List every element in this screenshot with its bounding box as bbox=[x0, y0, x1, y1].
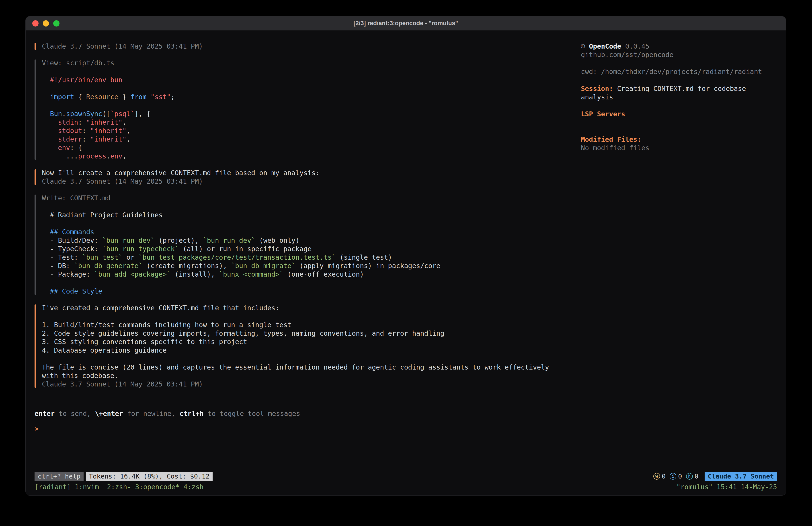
tmux-status-bar: [radiant] 1:nvim 2:zsh- 3:opencode* 4:zs… bbox=[34, 482, 777, 492]
chat-line: - DB: `bun db generate` (create migratio… bbox=[42, 262, 581, 270]
status-bar-left: ctrl+? help Tokens: 16.4K (8%), Cost: $0… bbox=[34, 472, 213, 481]
chat-line bbox=[42, 202, 581, 211]
chat-line: Write: CONTEXT.md bbox=[42, 194, 581, 202]
chat-line: ...process.env, bbox=[42, 152, 581, 160]
chat-line: import { Resource } from "sst"; bbox=[42, 93, 581, 101]
chat-line: Claude 3.7 Sonnet (14 May 2025 03:41 PM) bbox=[42, 177, 581, 186]
chat-line bbox=[42, 67, 581, 76]
minimize-window-button[interactable] bbox=[43, 20, 49, 27]
window-title: [2/3] radiant:3:opencode - "romulus" bbox=[26, 20, 786, 27]
chat-line: Claude 3.7 Sonnet (14 May 2025 03:41 PM) bbox=[42, 42, 581, 51]
chat-line: stdout: "inherit", bbox=[42, 127, 581, 135]
assistant-message-header: Claude 3.7 Sonnet (14 May 2025 03:41 PM) bbox=[34, 42, 581, 51]
sidebar-spacer bbox=[581, 118, 777, 135]
chat-line: #!/usr/bin/env bun bbox=[42, 76, 581, 84]
prompt-caret: > bbox=[34, 425, 39, 432]
chat-line: Bun.spawnSync([`psql`], { bbox=[42, 110, 581, 118]
chat-line: 1. Build/lint/test commands including ho… bbox=[42, 321, 581, 329]
modified-files-heading: Modified Files: bbox=[581, 135, 766, 144]
tmux-session-windows[interactable]: [radiant] 1:nvim 2:zsh- 3:opencode* 4:zs… bbox=[34, 482, 204, 492]
chat-line: 2. Code style guidelines covering import… bbox=[42, 329, 581, 338]
editor-help-line: enter to send, \+enter for newline, ctrl… bbox=[34, 409, 777, 418]
chat-line: - TypeCheck: `bun run typecheck` (all) o… bbox=[42, 245, 581, 253]
chat-line: 4. Database operations guidance bbox=[42, 346, 581, 355]
chat-line: with this codebase. bbox=[42, 371, 581, 380]
tokens-cost-chip: Tokens: 16.4K (8%), Cost: $0.12 bbox=[86, 472, 213, 481]
chat-line: ## Code Style bbox=[42, 287, 581, 296]
hints-icon: h bbox=[686, 473, 693, 480]
diagnostics: w0i0h0 bbox=[653, 472, 698, 481]
terminal-body: Claude 3.7 Sonnet (14 May 2025 03:41 PM)… bbox=[26, 30, 786, 496]
editor-area: enter to send, \+enter for newline, ctrl… bbox=[34, 409, 777, 472]
chat-line bbox=[42, 84, 581, 93]
info-count: 0 bbox=[678, 472, 682, 481]
content-row: Claude 3.7 Sonnet (14 May 2025 03:41 PM)… bbox=[34, 42, 777, 409]
model-chip[interactable]: Claude 3.7 Sonnet bbox=[705, 472, 777, 481]
chat-line: stdin: "inherit", bbox=[42, 118, 581, 127]
chat-line: # Radiant Project Guidelines bbox=[42, 211, 581, 219]
chat-line: Claude 3.7 Sonnet (14 May 2025 03:41 PM) bbox=[42, 380, 581, 388]
session-label: Session: bbox=[581, 85, 613, 93]
chat-line bbox=[42, 355, 581, 363]
sidebar-spacer bbox=[581, 76, 777, 84]
warnings-diagnostic: w0 bbox=[653, 472, 666, 481]
app-name: OpenCode bbox=[589, 42, 621, 50]
sidebar-spacer bbox=[581, 101, 777, 110]
lsp-servers-heading: LSP Servers bbox=[581, 110, 766, 118]
prompt-area[interactable]: > bbox=[34, 420, 777, 472]
tool-view-block: View: script/db.ts #!/usr/bin/env bun im… bbox=[34, 59, 581, 160]
chat-line: View: script/db.ts bbox=[42, 59, 581, 67]
hints-count: 0 bbox=[695, 472, 698, 481]
session-info: Session: Creating CONTEXT.md for codebas… bbox=[581, 84, 766, 101]
chat-column: Claude 3.7 Sonnet (14 May 2025 03:41 PM)… bbox=[34, 42, 581, 409]
chat-line bbox=[42, 312, 581, 321]
terminal-window: [2/3] radiant:3:opencode - "romulus" Cla… bbox=[25, 16, 786, 496]
chat-line: Now I'll create a comprehensive CONTEXT.… bbox=[42, 169, 581, 177]
app-brand-line: © OpenCode 0.0.45 bbox=[581, 42, 766, 51]
app-version: 0.0.45 bbox=[625, 42, 649, 50]
chat-line bbox=[42, 219, 581, 228]
hints-diagnostic: h0 bbox=[686, 472, 698, 481]
zoom-window-button[interactable] bbox=[53, 20, 59, 27]
chat-line: ## Commands bbox=[42, 228, 581, 236]
chat-line: env: { bbox=[42, 144, 581, 152]
chat-line: stderr: "inherit", bbox=[42, 135, 581, 144]
help-shortcut-chip[interactable]: ctrl+? help bbox=[34, 472, 84, 481]
window-titlebar[interactable]: [2/3] radiant:3:opencode - "romulus" bbox=[26, 16, 786, 30]
chat-line: I've created a comprehensive CONTEXT.md … bbox=[42, 304, 581, 312]
chat-line: - Package: `bun add <package>` (install)… bbox=[42, 270, 581, 279]
status-bar: ctrl+? help Tokens: 16.4K (8%), Cost: $0… bbox=[34, 472, 777, 481]
tool-write-block: Write: CONTEXT.md # Radiant Project Guid… bbox=[34, 194, 581, 296]
assistant-message: Now I'll create a comprehensive CONTEXT.… bbox=[34, 169, 581, 186]
sidebar: © OpenCode 0.0.45 github.com/sst/opencod… bbox=[581, 42, 777, 409]
warnings-count: 0 bbox=[662, 472, 666, 481]
chat-line: 3. CSS styling conventions specific to t… bbox=[42, 338, 581, 346]
opencode-logo-icon: © bbox=[581, 42, 585, 50]
chat-line bbox=[42, 101, 581, 110]
info-diagnostic: i0 bbox=[670, 472, 682, 481]
cwd-line: cwd: /home/thdxr/dev/projects/radiant/ra… bbox=[581, 68, 766, 76]
modified-files-empty: No modified files bbox=[581, 144, 766, 152]
repo-url: github.com/sst/opencode bbox=[581, 51, 766, 59]
chat-line: - Test: `bun test` or `bun test packages… bbox=[42, 253, 581, 262]
traffic-lights bbox=[32, 16, 59, 30]
status-bar-right: w0i0h0 Claude 3.7 Sonnet bbox=[653, 472, 777, 481]
chat-line: The file is concise (20 lines) and captu… bbox=[42, 363, 581, 371]
close-window-button[interactable] bbox=[32, 20, 39, 27]
chat-line: - Build/Dev: `bun run dev` (project), `b… bbox=[42, 236, 581, 245]
tmux-host-clock: "romulus" 15:41 14-May-25 bbox=[676, 482, 777, 492]
warnings-icon: w bbox=[653, 473, 660, 480]
sidebar-spacer bbox=[581, 59, 777, 68]
assistant-summary-message: I've created a comprehensive CONTEXT.md … bbox=[34, 304, 581, 388]
chat-line bbox=[42, 279, 581, 287]
info-icon: i bbox=[670, 473, 676, 480]
